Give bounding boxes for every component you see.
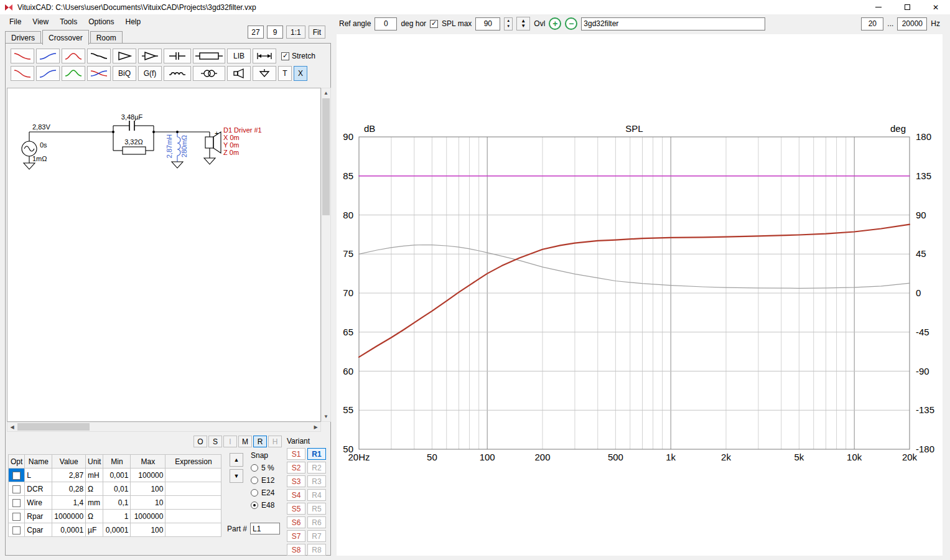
mode-button-r[interactable]: R <box>253 436 267 447</box>
grid-rows-input[interactable] <box>267 26 283 39</box>
lowpass-block-button[interactable] <box>11 49 34 63</box>
gain-block-button[interactable] <box>113 49 136 63</box>
opt-checkbox[interactable] <box>12 526 21 534</box>
lowpass2-block-button[interactable] <box>11 66 34 81</box>
param-cell[interactable] <box>165 469 221 482</box>
maximize-button[interactable] <box>893 0 921 14</box>
param-cell[interactable]: Ω <box>86 510 103 523</box>
param-cell[interactable]: Ω <box>86 482 103 496</box>
param-cell[interactable]: 2,87 <box>52 469 86 482</box>
variant-r3[interactable]: R3 <box>307 475 326 487</box>
variant-s1[interactable]: S1 <box>287 448 305 460</box>
overlay-name-input[interactable] <box>581 17 765 30</box>
ground-button[interactable] <box>253 66 276 81</box>
tab-crossover[interactable]: Crossover <box>42 30 89 45</box>
param-cell[interactable]: Cpar <box>25 523 52 537</box>
param-cell[interactable]: 1000000 <box>131 510 165 523</box>
schematic-canvas[interactable]: 2,83V 0s 1mΩ 3,48µF 3,32Ω 2,87mH 280mΩ +… <box>7 88 321 422</box>
param-row[interactable]: L2,87mH0,001100000 <box>9 469 221 482</box>
biquad-button[interactable]: BiQ <box>113 66 136 81</box>
param-cell[interactable]: 10 <box>131 496 165 510</box>
resize-button[interactable] <box>253 49 276 63</box>
opt-cell[interactable] <box>9 482 25 496</box>
spl-max-input[interactable] <box>475 17 500 30</box>
resistor-button[interactable] <box>193 49 225 63</box>
opt-cell[interactable] <box>9 469 25 482</box>
param-cell[interactable]: 100000 <box>131 469 165 482</box>
stretch-checkbox[interactable] <box>281 52 289 60</box>
param-cell[interactable]: µF <box>86 523 103 537</box>
spl-max-checkbox[interactable] <box>430 20 438 28</box>
overlay-remove-button[interactable]: − <box>565 17 577 30</box>
variant-s7[interactable]: S7 <box>287 530 305 542</box>
zoom-1to1-button[interactable]: 1:1 <box>286 26 305 39</box>
param-cell[interactable]: 1,4 <box>52 496 86 510</box>
snap-option-E48[interactable]: E48 <box>251 501 291 510</box>
highpass-block-button[interactable] <box>36 49 60 63</box>
freq-max-input[interactable] <box>897 17 927 30</box>
param-cell[interactable]: DCR <box>25 482 52 496</box>
variant-r6[interactable]: R6 <box>307 516 326 528</box>
variant-r4[interactable]: R4 <box>307 489 326 501</box>
part-number-input[interactable] <box>250 523 280 534</box>
driver-block-button[interactable] <box>227 66 251 81</box>
param-cell[interactable]: 0,0001 <box>103 523 131 537</box>
param-cell[interactable]: 0,1 <box>103 496 131 510</box>
variant-s8[interactable]: S8 <box>287 544 305 556</box>
transformer-button[interactable] <box>193 66 225 81</box>
param-cell[interactable]: 0,001 <box>103 469 131 482</box>
menu-tools[interactable]: Tools <box>54 14 83 29</box>
snap-option-E12[interactable]: E12 <box>251 476 291 485</box>
scroll-left-icon[interactable]: ◀ <box>7 422 17 431</box>
variant-s2[interactable]: S2 <box>287 462 305 474</box>
mode-button-s[interactable]: S <box>208 436 222 447</box>
mode-button-h[interactable]: H <box>268 436 282 447</box>
param-cell[interactable]: 1000000 <box>52 510 86 523</box>
scroll-up-icon[interactable]: ▲ <box>322 88 330 98</box>
param-cell[interactable]: 0,0001 <box>52 523 86 537</box>
param-cell[interactable]: mH <box>86 469 103 482</box>
buffer-block-button[interactable] <box>138 49 162 63</box>
inductor-button[interactable] <box>164 66 191 81</box>
variant-r7[interactable]: R7 <box>307 530 326 542</box>
bandpass-block-button[interactable] <box>62 49 85 63</box>
param-cell[interactable]: mm <box>86 496 103 510</box>
move-up-button[interactable]: ▲ <box>230 453 243 467</box>
param-cell[interactable]: Wire <box>25 496 52 510</box>
param-cell[interactable] <box>165 482 221 496</box>
variant-s4[interactable]: S4 <box>287 489 305 501</box>
mode-button-m[interactable]: M <box>238 436 252 447</box>
param-cell[interactable]: 0,01 <box>103 482 131 496</box>
delete-mode-button[interactable]: X <box>294 66 307 81</box>
scroll-down-icon[interactable]: ▼ <box>322 412 330 421</box>
mode-button-i[interactable]: I <box>223 436 237 447</box>
opt-checkbox[interactable] <box>12 513 21 521</box>
capacitor-button[interactable] <box>164 49 191 63</box>
peak-eq-block-button[interactable] <box>62 66 85 81</box>
param-cell[interactable] <box>165 496 221 510</box>
param-row[interactable]: Cpar0,0001µF0,0001100 <box>9 523 221 537</box>
zoom-fit-button[interactable]: Fit <box>309 26 325 39</box>
spl-max-spinner[interactable]: ▲▼ <box>504 17 513 30</box>
highpass2-block-button[interactable] <box>36 66 60 81</box>
param-row[interactable]: Rpar1000000Ω11000000 <box>9 510 221 523</box>
param-cell[interactable]: 100 <box>131 482 165 496</box>
variant-r8[interactable]: R8 <box>307 544 326 556</box>
opt-cell[interactable] <box>9 523 25 537</box>
variant-r2[interactable]: R2 <box>307 462 326 474</box>
schematic-vertical-scrollbar[interactable]: ▲ ▼ <box>321 88 331 422</box>
param-cell[interactable]: L <box>25 469 52 482</box>
opt-checkbox[interactable] <box>12 485 21 493</box>
menu-view[interactable]: View <box>27 14 54 29</box>
param-cell[interactable] <box>165 510 221 523</box>
mode-button-o[interactable]: O <box>193 436 207 447</box>
allpass-block-button[interactable] <box>87 66 111 81</box>
variant-r5[interactable]: R5 <box>307 503 326 515</box>
snap-option-E24[interactable]: E24 <box>251 488 291 497</box>
variant-s6[interactable]: S6 <box>287 516 305 528</box>
close-button[interactable]: ✕ <box>921 0 950 14</box>
freq-min-input[interactable] <box>861 17 883 30</box>
terminal-button[interactable]: T <box>278 66 292 81</box>
scroll-right-icon[interactable]: ▶ <box>311 422 320 431</box>
minimize-button[interactable] <box>864 0 893 14</box>
